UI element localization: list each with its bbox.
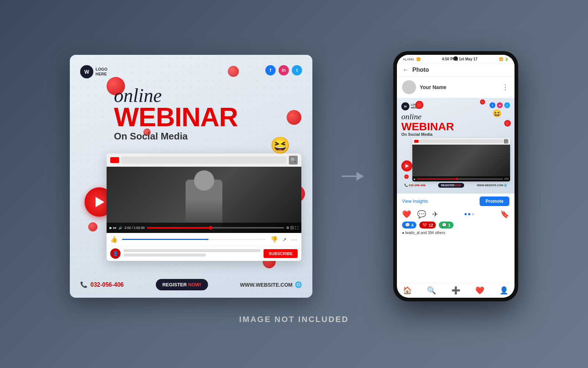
signal-icon: 📶: [499, 57, 503, 61]
yt-like-bar: [122, 239, 266, 240]
instagram-icon[interactable]: in: [279, 65, 289, 75]
yt-avatar: 👤: [110, 248, 121, 259]
yt-progress-dot: [209, 226, 212, 230]
status-right: 📶 🔋: [499, 57, 509, 61]
promote-button[interactable]: Promote: [480, 197, 509, 206]
phone-mockup: ALAMA 📶 4:50 PM | 1st May 17 📶 🔋 ← Photo…: [393, 51, 518, 301]
register-text: REGISTER: [162, 282, 187, 287]
home-nav-icon[interactable]: 🏠: [403, 286, 412, 295]
mini-on-social-text: On Social Media: [401, 132, 510, 137]
yt-subscribe-button[interactable]: SUBSCRIBE: [263, 249, 298, 258]
logo-text: LOGO HERE: [96, 67, 107, 77]
like-count-badge: ❤️ 12: [419, 222, 436, 229]
comment-reaction-icon[interactable]: 💬: [417, 210, 426, 219]
heart-icon: ❤️: [422, 223, 427, 227]
more-options-button[interactable]: ⋮: [502, 83, 509, 91]
phone-number: 032-056-406: [90, 282, 124, 288]
phone-bottom-nav: 🏠 🔍 ➕ ❤️ 👤: [397, 283, 514, 298]
search-nav-icon[interactable]: 🔍: [427, 286, 436, 295]
back-button[interactable]: ←: [403, 67, 409, 73]
card-title-area: online WEBINAR On Social Media: [114, 86, 298, 142]
card-phone: 📞 032-056-406: [80, 281, 124, 288]
mini-logo-icon: W: [401, 102, 409, 110]
dot-3: [472, 213, 474, 215]
bookmark-icon[interactable]: 🔖: [500, 210, 509, 219]
yt-actions: 👍 👎 ↗ ···: [107, 233, 301, 246]
add-nav-icon[interactable]: ➕: [451, 286, 460, 295]
yt-video-area: ▶ ⏭ 🔊 2:02 / 1:02:00 ⚙ ⬛ ⛶: [107, 167, 301, 233]
yt-search-icon[interactable]: 🔍: [289, 156, 298, 164]
phone-post-image: W LOGOHERE f in t online WEBINAR On Soci…: [397, 98, 514, 194]
twitter-icon[interactable]: t: [292, 65, 302, 75]
phone-reaction-row: ❤️ 💬 ✈ 🔖: [402, 210, 509, 219]
mini-phone-number: 📞 032-056-406: [404, 184, 426, 187]
comment-count-badge: 💬 4: [402, 222, 416, 229]
blob-4: [88, 222, 97, 231]
profile-nav-icon[interactable]: 👤: [499, 286, 509, 295]
mini-yt-search: [420, 139, 503, 143]
yt-progress-bar: ▶ ⏭ 🔊 2:02 / 1:02:00 ⚙ ⬛ ⛶: [107, 223, 301, 233]
yt-logo: [110, 157, 119, 163]
camera-notch: [453, 56, 458, 61]
mini-emoji: 😆: [492, 109, 502, 118]
card-register-button[interactable]: REGISTER NOW!: [156, 279, 208, 290]
mini-tw-icon: t: [504, 102, 510, 108]
mini-register-button[interactable]: REGISTERNOW!: [438, 183, 464, 188]
webinar-text: WEBINAR: [114, 105, 298, 129]
mini-webinar-text: WEBINAR: [401, 121, 510, 131]
yt-comment-line-1: [123, 249, 261, 252]
blob-2: [228, 66, 239, 77]
yt-time: 2:02 / 1:02:00: [125, 226, 145, 230]
phone-promote-row: View Insights Promote: [402, 197, 509, 206]
mini-yt-video: ▶ 2:02: [412, 145, 510, 181]
mini-play-triangle: [405, 164, 409, 168]
register-now-text: NOW!: [188, 282, 201, 287]
mini-register-now: NOW!: [454, 184, 461, 187]
mini-ig-icon: in: [497, 102, 503, 108]
arrow-container: [342, 169, 364, 184]
card-website: WWW.WEBSITE.COM 🌐: [240, 281, 302, 288]
main-content: W LOGO HERE f in t online WEBINAR On Soc…: [0, 44, 588, 309]
mini-social: f in t: [490, 102, 510, 108]
yt-top-bar: 🔍: [107, 153, 301, 167]
comment-icon: 💬: [405, 223, 410, 227]
share-reaction-icon[interactable]: ✈: [432, 210, 438, 219]
laugh-emoji: 😆: [270, 136, 290, 155]
mini-youtube-player: ▶ 2:02: [412, 138, 510, 181]
share-count: 1: [448, 223, 450, 227]
yt-more-button[interactable]: ···: [291, 237, 298, 243]
liked-by-text: ● lwaito_al and 394 others: [402, 231, 509, 235]
mini-logo-text: LOGOHERE: [411, 103, 419, 109]
mini-yt-progress: ▶ 2:02: [412, 176, 510, 181]
mini-play-button[interactable]: [401, 160, 412, 171]
bottom-label: IMAGE NOT INCLUDED: [239, 315, 349, 324]
view-insights-link[interactable]: View Insights: [402, 199, 428, 204]
heart-nav-icon[interactable]: ❤️: [475, 286, 484, 295]
facebook-icon[interactable]: f: [265, 65, 276, 75]
yt-comment-lines: [123, 249, 261, 258]
dot-1: [465, 213, 467, 215]
yt-share-button[interactable]: ↗: [282, 237, 287, 243]
phone-icon: 📞: [80, 281, 87, 288]
user-avatar: [402, 80, 416, 94]
yt-progress-track[interactable]: [147, 227, 284, 229]
yt-search-bar[interactable]: [121, 156, 287, 164]
carrier-text: ALAMA: [403, 57, 414, 61]
card-bottom: 📞 032-056-406 REGISTER NOW! WWW.WEBSITE.…: [80, 279, 302, 290]
yt-dislike-button[interactable]: 👎: [270, 236, 278, 243]
mini-yt-logo: [414, 140, 419, 143]
phone-screen: ALAMA 📶 4:50 PM | 1st May 17 📶 🔋 ← Photo…: [397, 55, 514, 298]
mini-card-bottom: 📞 032-056-406 REGISTERNOW! WWW.WEBSITE.C…: [401, 181, 510, 189]
play-triangle-icon: [96, 197, 104, 207]
direction-arrow: [342, 169, 364, 184]
dot-2: [468, 213, 470, 215]
heart-reaction-icon[interactable]: ❤️: [402, 210, 411, 219]
yt-like-button[interactable]: 👍: [110, 236, 118, 243]
share-icon: 💬: [442, 223, 447, 227]
mini-yt-dot: [456, 178, 458, 180]
card-social-icons: f in t: [265, 65, 302, 75]
mini-yt-track: [417, 178, 503, 180]
phone-nav-bar: ← Photo: [397, 64, 514, 77]
username: Your Name: [420, 84, 447, 90]
mini-fb-icon: f: [490, 102, 495, 108]
